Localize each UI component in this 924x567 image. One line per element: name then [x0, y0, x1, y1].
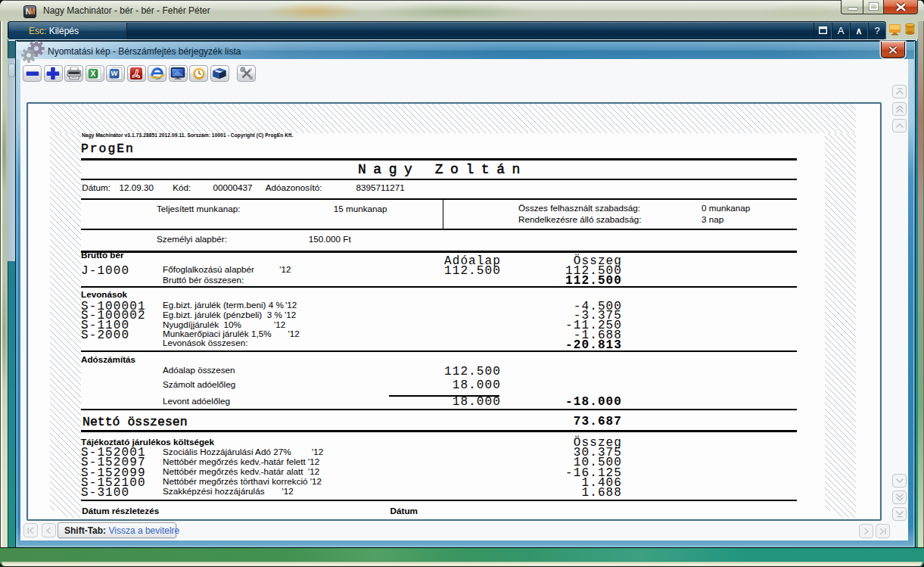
svg-text:W: W: [110, 69, 117, 77]
svg-text:X: X: [91, 69, 96, 78]
